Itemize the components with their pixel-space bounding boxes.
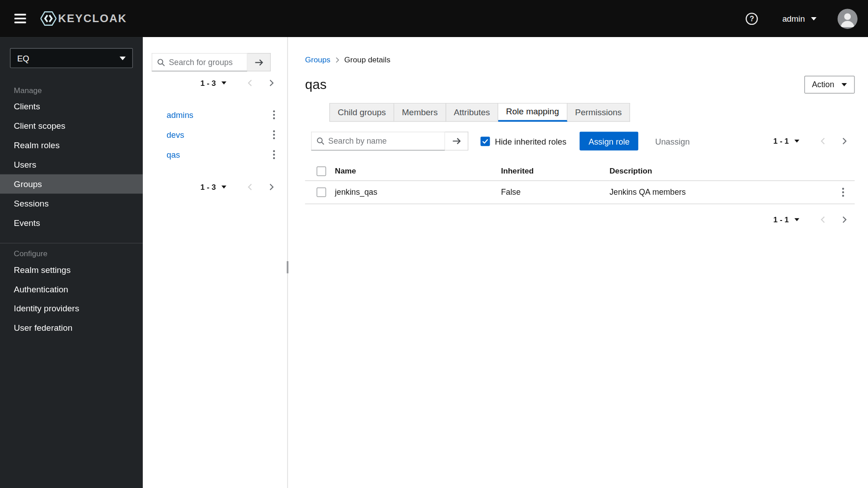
tab-role-mapping[interactable]: Role mapping: [498, 103, 567, 122]
table-header-row: Name Inherited Description: [305, 162, 855, 181]
pagination-prev-button[interactable]: [240, 76, 260, 90]
group-link-admins[interactable]: admins: [167, 110, 193, 119]
hide-inherited-roles-checkbox[interactable]: Hide inherited roles: [481, 136, 566, 146]
pagination-next-button[interactable]: [834, 134, 854, 148]
keycloak-logo: KEYCLOAK: [40, 11, 127, 26]
pagination-next-button[interactable]: [261, 180, 282, 194]
column-header-actions: [824, 162, 855, 181]
action-label: Action: [812, 80, 834, 89]
sidebar-item-sessions[interactable]: Sessions: [0, 194, 143, 213]
chevron-right-icon: [269, 183, 274, 191]
list-item: qas: [143, 145, 288, 164]
assign-role-button[interactable]: Assign role: [580, 131, 638, 150]
tab-members[interactable]: Members: [394, 103, 446, 122]
roles-pagination-bottom-row: 1 - 1: [305, 212, 855, 227]
role-description-cell: Jenkins QA members: [609, 181, 824, 204]
nav-section-title: Configure: [0, 244, 143, 260]
search-icon: [316, 137, 324, 145]
column-header-inherited: Inherited: [501, 162, 609, 181]
checkbox-checked-icon[interactable]: [481, 136, 490, 146]
sidebar-item-events[interactable]: Events: [0, 213, 143, 232]
row-kebab-menu-icon[interactable]: [837, 185, 849, 199]
hide-inherited-roles-label: Hide inherited roles: [495, 136, 566, 146]
keycloak-logo-icon: [40, 11, 57, 26]
tab-attributes[interactable]: Attributes: [446, 103, 498, 122]
tab-permissions[interactable]: Permissions: [567, 103, 630, 122]
chevron-right-icon: [841, 137, 847, 145]
realm-name: EQ: [17, 53, 29, 63]
groups-search-submit-button[interactable]: [247, 53, 270, 71]
role-search-input[interactable]: [328, 136, 439, 145]
sidebar-item-groups[interactable]: Groups: [0, 174, 143, 194]
table-row: jenkins_qas False Jenkins QA members: [305, 181, 855, 204]
pagination-prev-button[interactable]: [813, 134, 833, 148]
pagination-next-button[interactable]: [261, 76, 282, 90]
caret-down-icon: [794, 218, 799, 221]
unassign-button[interactable]: Unassign: [651, 136, 694, 146]
tab-child-groups[interactable]: Child groups: [330, 103, 394, 122]
help-icon[interactable]: ?: [746, 13, 758, 25]
kebab-icon: [273, 110, 275, 119]
role-mapping-table: Name Inherited Description jenkins_qas F…: [305, 162, 855, 204]
pagination-menu-toggle[interactable]: 1 - 1: [769, 133, 804, 149]
action-dropdown-button[interactable]: Action: [804, 76, 855, 94]
group-link-qas[interactable]: qas: [167, 150, 180, 159]
avatar[interactable]: [838, 9, 858, 28]
chevron-left-icon: [247, 183, 253, 191]
pagination-menu-toggle[interactable]: 1 - 1: [769, 212, 804, 227]
pagination-range: 1 - 3: [200, 79, 216, 88]
sidebar-nav: EQ Manage Clients Client scopes Realm ro…: [0, 37, 143, 488]
page-title: qas: [305, 77, 327, 92]
nav-section-configure: Configure Realm settings Authentication …: [0, 243, 143, 338]
panel-resize-handle[interactable]: [287, 261, 288, 273]
hamburger-icon: [14, 22, 26, 23]
row-checkbox[interactable]: [316, 188, 326, 197]
kebab-menu-icon[interactable]: [268, 147, 280, 161]
sidebar-item-authentication[interactable]: Authentication: [0, 279, 143, 299]
brand-wordmark: KEYCLOAK: [58, 12, 127, 25]
role-mapping-toolbar: Hide inherited roles Assign role Unassig…: [305, 131, 855, 150]
group-link-devs[interactable]: devs: [167, 130, 184, 139]
breadcrumb-groups-link[interactable]: Groups: [305, 55, 330, 64]
column-header-name: Name: [335, 162, 501, 181]
user-menu-dropdown[interactable]: admin: [782, 14, 816, 23]
main-layout: EQ Manage Clients Client scopes Realm ro…: [0, 37, 868, 488]
sidebar-item-client-scopes[interactable]: Client scopes: [0, 116, 143, 136]
pagination-range: 1 - 1: [774, 136, 789, 145]
sidebar-item-users[interactable]: Users: [0, 155, 143, 174]
realm-selector[interactable]: EQ: [10, 48, 133, 68]
arrow-right-icon: [452, 137, 461, 145]
pagination-range: 1 - 3: [200, 183, 216, 192]
pagination-next-button[interactable]: [834, 212, 854, 227]
caret-down-icon: [222, 185, 226, 188]
pagination-prev-button[interactable]: [240, 180, 260, 194]
chevron-left-icon: [820, 216, 826, 223]
pagination-menu-toggle[interactable]: 1 - 3: [196, 75, 231, 91]
roles-pagination-bottom: 1 - 1: [769, 212, 855, 227]
role-search-submit-button[interactable]: [445, 131, 468, 150]
list-item: admins: [143, 104, 288, 124]
groups-search-input[interactable]: [169, 58, 242, 67]
list-item: devs: [143, 125, 288, 145]
check-icon: [482, 139, 488, 144]
sidebar-item-user-federation[interactable]: User federation: [0, 318, 143, 338]
chevron-left-icon: [820, 137, 826, 145]
kebab-menu-icon[interactable]: [268, 127, 280, 141]
top-bar: KEYCLOAK ? admin: [0, 0, 868, 37]
groups-search: [152, 53, 271, 71]
caret-down-icon: [841, 83, 847, 86]
menu-toggle-button[interactable]: [11, 10, 29, 27]
pagination-prev-button[interactable]: [813, 212, 833, 227]
sidebar-item-clients[interactable]: Clients: [0, 97, 143, 116]
role-search-box: [311, 131, 445, 150]
kebab-menu-icon[interactable]: [268, 108, 280, 122]
sidebar-item-realm-settings[interactable]: Realm settings: [0, 260, 143, 280]
caret-down-icon: [222, 81, 226, 84]
select-all-checkbox[interactable]: [316, 166, 326, 176]
sidebar-item-realm-roles[interactable]: Realm roles: [0, 136, 143, 155]
breadcrumb-current: Group details: [344, 55, 391, 64]
sidebar-item-identity-providers[interactable]: Identity providers: [0, 299, 143, 318]
column-header-description: Description: [609, 162, 824, 181]
kebab-icon: [273, 130, 275, 139]
pagination-menu-toggle[interactable]: 1 - 3: [196, 179, 231, 195]
